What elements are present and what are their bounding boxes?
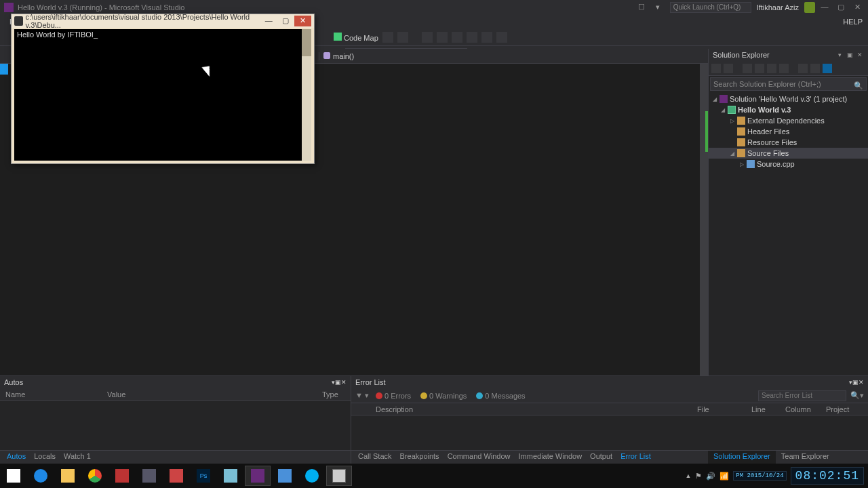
err-column-col[interactable]: Column bbox=[780, 405, 821, 413]
maximize-button[interactable]: ▢ bbox=[834, 3, 848, 12]
home-icon[interactable] bbox=[711, 64, 721, 73]
toolbar-icon[interactable] bbox=[496, 32, 507, 43]
codemap-button[interactable]: Code Map bbox=[334, 33, 378, 42]
tray-clock[interactable]: 08:02:51 bbox=[791, 467, 864, 485]
taskbar-app-icon[interactable] bbox=[136, 466, 162, 486]
toolbar-icon[interactable] bbox=[382, 32, 393, 43]
tab-breakpoints[interactable]: Breakpoints bbox=[396, 451, 443, 464]
external-deps-node[interactable]: ▷External Dependencies bbox=[709, 115, 868, 126]
tab-callstack[interactable]: Call Stack bbox=[354, 451, 396, 464]
panel-pin-icon[interactable]: ▣ bbox=[335, 379, 341, 386]
error-list-body[interactable] bbox=[351, 415, 868, 450]
editor-scrollbar[interactable] bbox=[700, 64, 708, 401]
search-icon[interactable]: 🔍▾ bbox=[850, 391, 864, 400]
step-over-icon[interactable] bbox=[422, 32, 433, 43]
messages-filter[interactable]: 0 Messages bbox=[473, 392, 528, 400]
step-out-icon[interactable] bbox=[452, 32, 462, 43]
filter-dropdown-icon[interactable]: ▼ ▾ bbox=[355, 391, 369, 400]
autos-body[interactable] bbox=[0, 401, 351, 450]
tab-team-explorer[interactable]: Team Explorer bbox=[776, 451, 835, 464]
errors-filter[interactable]: 0 Errors bbox=[373, 392, 414, 400]
refresh-icon[interactable] bbox=[743, 64, 752, 73]
panel-close-icon[interactable]: ✕ bbox=[341, 379, 347, 386]
console-output[interactable]: Hello World by IFTIBOI_ bbox=[14, 29, 311, 161]
taskbar-app-icon[interactable] bbox=[109, 466, 135, 486]
console-close-button[interactable]: ✕ bbox=[294, 16, 311, 26]
err-file-col[interactable]: File bbox=[692, 405, 746, 413]
toolbar-icon[interactable] bbox=[823, 64, 832, 73]
warnings-filter[interactable]: 0 Warnings bbox=[418, 392, 469, 400]
ie-icon[interactable] bbox=[28, 466, 54, 486]
toolbar-icon[interactable] bbox=[810, 64, 820, 73]
close-button[interactable]: ✕ bbox=[850, 3, 864, 12]
err-project-col[interactable]: Project bbox=[821, 405, 868, 413]
toolbar-icon[interactable] bbox=[481, 32, 492, 43]
solution-search-input[interactable]: Search Solution Explorer (Ctrl+;) 🔍 bbox=[710, 77, 867, 91]
panel-close-icon[interactable]: ✕ bbox=[856, 52, 864, 58]
source-cpp-node[interactable]: ▷Source.cpp bbox=[709, 159, 868, 169]
panel-pin-icon[interactable]: ▣ bbox=[852, 379, 859, 386]
source-files-node[interactable]: ◢Source Files bbox=[709, 148, 868, 159]
tab-command-window[interactable]: Command Window bbox=[443, 451, 515, 464]
minimize-button[interactable]: — bbox=[818, 3, 831, 12]
console-minimize-button[interactable]: — bbox=[260, 16, 277, 26]
left-tab-strip[interactable] bbox=[0, 64, 8, 75]
err-desc-col[interactable]: Description bbox=[370, 405, 692, 413]
sync-icon[interactable] bbox=[724, 64, 733, 73]
error-list-title: Error List bbox=[355, 378, 386, 386]
collapse-icon[interactable] bbox=[755, 64, 764, 73]
tab-immediate-window[interactable]: Immediate Window bbox=[515, 451, 587, 464]
tab-watch1[interactable]: Watch 1 bbox=[60, 451, 95, 464]
photoshop-icon[interactable]: Ps bbox=[191, 466, 216, 486]
avatar-icon[interactable] bbox=[804, 2, 815, 13]
taskbar-app-icon[interactable] bbox=[163, 466, 189, 486]
panel-close-icon[interactable]: ✕ bbox=[859, 379, 864, 386]
properties-icon[interactable] bbox=[779, 64, 789, 73]
quick-launch-input[interactable]: Quick Launch (Ctrl+Q) bbox=[670, 2, 751, 13]
header-files-node[interactable]: Header Files bbox=[709, 126, 868, 137]
file-explorer-icon[interactable] bbox=[55, 466, 81, 486]
tray-icon[interactable]: ⚑ bbox=[695, 472, 702, 481]
console-taskbar-icon[interactable] bbox=[326, 466, 352, 486]
autos-value-col[interactable]: Value bbox=[102, 390, 317, 399]
autos-type-col[interactable]: Type bbox=[317, 390, 351, 399]
autos-name-col[interactable]: Name bbox=[0, 390, 102, 399]
toolbar-icon[interactable] bbox=[467, 32, 477, 43]
feedback-icon[interactable]: ▾ bbox=[651, 3, 665, 12]
resource-files-node[interactable]: Resource Files bbox=[709, 137, 868, 148]
signed-in-user[interactable]: Iftikhaar Aziz bbox=[757, 3, 799, 12]
taskbar-app-icon[interactable] bbox=[272, 466, 298, 486]
tab-autos[interactable]: Autos bbox=[3, 451, 30, 464]
error-search-input[interactable] bbox=[758, 390, 846, 401]
console-scrollbar[interactable] bbox=[302, 29, 311, 161]
start-button[interactable] bbox=[1, 466, 26, 486]
tray-volume-icon[interactable]: 🔊 bbox=[706, 472, 715, 481]
visual-studio-icon[interactable] bbox=[245, 466, 271, 486]
menu-help[interactable]: HELP bbox=[837, 18, 868, 26]
tray-network-icon[interactable]: 📶 bbox=[719, 472, 729, 481]
panel-dropdown-icon[interactable]: ▾ bbox=[835, 52, 844, 58]
preview-icon[interactable] bbox=[798, 64, 808, 73]
skype-icon[interactable] bbox=[299, 466, 325, 486]
warning-icon bbox=[420, 392, 427, 399]
autos-title: Autos bbox=[4, 378, 23, 386]
panel-pin-icon[interactable]: ▣ bbox=[846, 52, 854, 58]
chrome-icon[interactable] bbox=[82, 466, 108, 486]
scope-dropdown[interactable]: main() bbox=[319, 52, 708, 60]
toolbar-icon[interactable] bbox=[397, 32, 408, 43]
tab-solution-explorer[interactable]: Solution Explorer bbox=[708, 451, 776, 464]
tab-output[interactable]: Output bbox=[586, 451, 616, 464]
project-node[interactable]: ◢Hello World v.3 bbox=[709, 104, 868, 115]
step-into-icon[interactable] bbox=[437, 32, 448, 43]
show-all-icon[interactable] bbox=[767, 64, 776, 73]
tab-locals[interactable]: Locals bbox=[30, 451, 60, 464]
tray-date[interactable]: PM 2015/10/24 bbox=[733, 471, 786, 481]
tab-error-list[interactable]: Error List bbox=[616, 451, 655, 464]
solution-node[interactable]: ◢Solution 'Hello World v.3' (1 project) bbox=[709, 94, 868, 104]
tray-chevron-icon[interactable]: ▲ bbox=[685, 472, 691, 479]
notification-icon[interactable]: ☐ bbox=[635, 3, 648, 12]
taskbar-app-icon[interactable] bbox=[218, 466, 243, 486]
console-window[interactable]: c:\users\iftikhaar\documents\visual stud… bbox=[11, 14, 315, 164]
console-maximize-button[interactable]: ▢ bbox=[277, 16, 294, 26]
err-line-col[interactable]: Line bbox=[746, 405, 780, 413]
